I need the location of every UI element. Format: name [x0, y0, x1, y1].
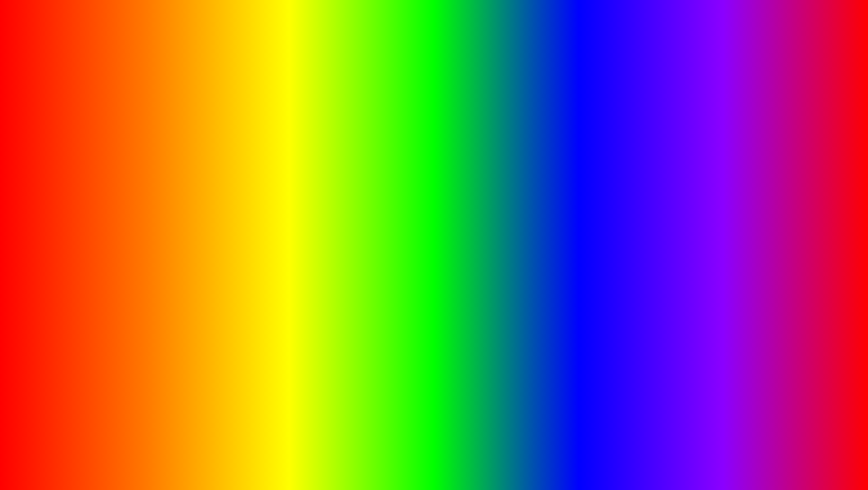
- yellow-right-section-header: ||-- Config Farming --||: [218, 196, 325, 201]
- check-upgrade-luck-box[interactable]: [109, 218, 114, 223]
- nav-main-pets-red[interactable]: • Main Pets •: [157, 134, 188, 140]
- bottom-pet-text: PET: [112, 453, 163, 483]
- yellow-area-section-header: ||-- Area Farming --||: [107, 254, 215, 260]
- pet-card: 🐱 ✦ 🧑‍🚀 YEET A PET! 🔥 👍 91% 👤 93.5K: [725, 124, 822, 288]
- flame-icon: 🔥: [326, 361, 336, 371]
- check-enable-open-egg-box[interactable]: [177, 160, 182, 165]
- checkbox-enable-open-egg[interactable]: Enable Open Egg: [175, 159, 289, 166]
- check-auto-collect-orb-box[interactable]: ✓: [109, 245, 114, 249]
- check-collect-lootbag-box[interactable]: ✓: [220, 231, 225, 236]
- check-upgrade-price-box[interactable]: [109, 211, 114, 216]
- checkbox-upgrade-orb-power[interactable]: Upgrade Yeet Orb Power: [107, 237, 215, 244]
- panel-yellow: BT Mobile - Pet Simulator X □ • Home • •…: [102, 169, 331, 308]
- yellow-left-section-header: ||-- Event Yeet --||: [107, 196, 215, 201]
- nav-main-pets-yellow[interactable]: • Main Pets •: [207, 183, 238, 190]
- panel-red-close[interactable]: ■: [284, 123, 290, 129]
- nav-main-eggs-yellow[interactable]: • Main Eggs •: [173, 183, 205, 190]
- nav-other-red[interactable]: • Other •: [190, 134, 212, 140]
- progress-600k: 600K: [541, 444, 647, 451]
- nav-misc-yellow[interactable]: • Miscellaneous •: [264, 183, 303, 190]
- checkbox-auto-boost-coins[interactable]: Auto Boost Triple Coins: [218, 223, 325, 230]
- pet-card-bottom: YEET A PET! 🔥 👍 91% 👤 93.5K: [727, 234, 820, 264]
- check-auto-boost-coins-box[interactable]: [220, 224, 225, 229]
- nav-main-eggs-red[interactable]: • Main Eggs •: [121, 134, 155, 140]
- distance-value: 180m: [338, 361, 361, 371]
- pet-astronaut-character: 🧑‍🚀: [785, 139, 813, 165]
- panel-yellow-close[interactable]: □: [320, 173, 326, 179]
- panel-red-nav: • Home • • Main Farming • • Main Eggs • …: [54, 132, 294, 142]
- checkbox-upgrade-price[interactable]: Upgrade Yeet Egg Price: [107, 210, 215, 217]
- nav-other-yellow[interactable]: • Other •: [240, 183, 262, 190]
- panel-yellow-nav: • Home • • Main Farming • • Main Eggs • …: [103, 182, 330, 192]
- pet-cat-face-icon: 🐱: [745, 145, 767, 166]
- panel-red-icon: BT: [57, 123, 64, 130]
- list-item-select-area[interactable]: ≡ Select Area: [107, 262, 215, 268]
- nav-home-red[interactable]: • Home •: [56, 134, 79, 140]
- check-auto-unlock-box[interactable]: ✓: [109, 204, 114, 209]
- progress-fill: [7, 441, 306, 454]
- checkbox-stats-tracker[interactable]: Stats Tracker: [218, 244, 325, 250]
- pet-card-rainbow: [727, 198, 820, 234]
- check-amount-hatch-box[interactable]: [177, 153, 182, 158]
- progress-500k: 500K: [434, 444, 541, 451]
- like-icon: 👍: [731, 252, 740, 260]
- plain-sever-boost-coins[interactable]: Sever Boost Triple Coins: [218, 203, 325, 210]
- pet-stat-members: 👤 93.5K: [764, 252, 794, 260]
- check-auto-boost-damage-box[interactable]: [220, 218, 225, 223]
- game-background: et a Pe (2:12) You 🔥 180m YEET A PET BT …: [4, 4, 864, 486]
- panel-yellow-content: ||-- Event Yeet --|| ✓ Auto Unlock Yet A…: [103, 192, 330, 271]
- get-pet-bg-text: et a Pe: [666, 22, 738, 48]
- bullet-4: •: [60, 182, 61, 186]
- pet-card-title: YEET A PET! 🔥: [731, 237, 815, 248]
- checkbox-auto-unlock-yet[interactable]: ✓ Auto Unlock Yet Area: [107, 203, 215, 210]
- check-hide-coins-box[interactable]: [220, 251, 225, 256]
- checkbox-upgrade-luck[interactable]: Upgrade Yeet Egg Luck: [107, 217, 215, 223]
- checkbox-collect-lootbag[interactable]: ✓ Collect Lootbag: [218, 230, 325, 237]
- check-upgrade-orb-power-box[interactable]: [109, 238, 114, 243]
- check-upgrade-crit-box[interactable]: [109, 224, 114, 229]
- check-upgrade-orb-reach-box[interactable]: [109, 231, 114, 236]
- checkbox-auto-collect-orb[interactable]: ✓ Auto Collect Orb Yet: [107, 244, 215, 250]
- person-icon: 👤: [764, 252, 773, 260]
- bottom-title-bar: YEET A PET SCRIPT PASTEBIN: [7, 454, 861, 483]
- plain-sever-boost-damage[interactable]: Sever Boost Triple Damage: [218, 210, 325, 217]
- member-count: 93.5K: [774, 252, 794, 260]
- nav-home-yellow[interactable]: • Home •: [106, 183, 129, 190]
- checkbox-hide-coins[interactable]: Hide Coins: [218, 250, 325, 257]
- check-stats-tracker-box[interactable]: [220, 245, 225, 249]
- panel-red-title: Mobile - Pet Simulator X: [143, 123, 206, 130]
- panel-yellow-icon: BT: [107, 172, 114, 179]
- cost-text: Cost : 900000 Yeet Coins: [175, 146, 289, 151]
- bullet-5: •: [60, 189, 61, 193]
- bullet-6: •: [60, 196, 61, 200]
- list-item-yeet-golden-jetpack[interactable]: ≡ Yeet Eggs - Golden Jetpack Egg: [58, 154, 172, 160]
- list-item-golden-wild[interactable]: • Golden Wild Egg: [58, 160, 172, 167]
- progress-800k: 800K: [754, 444, 861, 451]
- check-auto-leave-box[interactable]: ✓: [220, 238, 225, 243]
- nav-main-farming-yellow[interactable]: • Main Farming •: [130, 183, 171, 190]
- checkbox-amount-hatch[interactable]: Amount Hatch - Triple Hatch: [175, 152, 289, 159]
- red-section-header: ||-- Yeet Eggs --||: [58, 147, 172, 152]
- bottom-script-text: SCRIPT: [168, 455, 251, 481]
- bullet-1: •: [60, 162, 61, 166]
- pet-sparkle-icon: ✦: [772, 133, 779, 143]
- plain-super-lag[interactable]: Super Lag Reduction: [218, 259, 325, 266]
- checkbox-auto-boost-damage[interactable]: Auto Boost Triple Damage: [218, 217, 325, 223]
- progress-400k: 400K: [327, 444, 434, 451]
- nav-misc-red[interactable]: • Miscellaneous •: [214, 134, 253, 140]
- panel-yellow-header: BT Mobile - Pet Simulator X □: [103, 170, 330, 182]
- pet-card-stats: 👍 91% 👤 93.5K: [731, 252, 815, 260]
- panel-yellow-title: Mobile - Pet Simulator X: [185, 173, 248, 179]
- pet-fire-icon: 🔥: [789, 237, 800, 248]
- divider-1: [107, 252, 215, 253]
- bullet-3: •: [60, 175, 61, 179]
- list-icon-area: ≡: [109, 263, 112, 267]
- checkbox-auto-leave[interactable]: ✓ Auto Leave if Mod Join: [218, 237, 325, 244]
- like-percent: 91%: [742, 252, 756, 260]
- list-icon-1: ≡: [60, 155, 62, 160]
- nav-main-farming-red[interactable]: • Main Farming •: [81, 134, 120, 140]
- bottom-a-text: A: [89, 453, 108, 483]
- checkbox-upgrade-crit[interactable]: Upgrade Yeet Crit Chance: [107, 223, 215, 230]
- checkbox-upgrade-orb-reach[interactable]: Upgrade Yeet Orb Reach: [107, 230, 215, 237]
- game-timer: (2:12): [410, 26, 458, 44]
